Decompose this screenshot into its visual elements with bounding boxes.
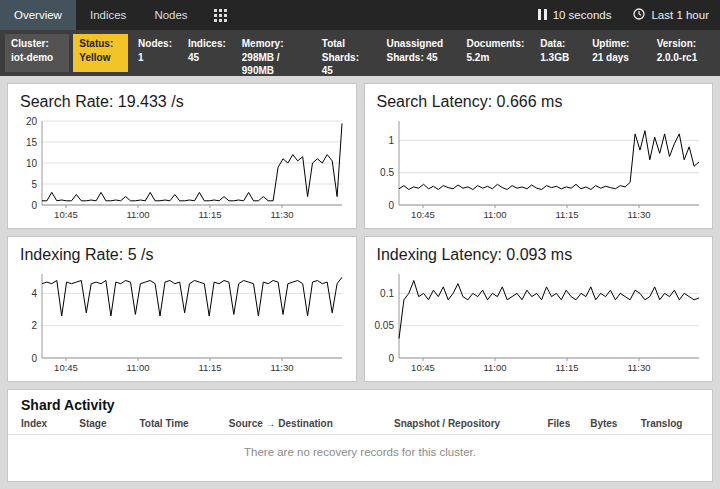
stat-nodes: Nodes: 1 <box>132 34 178 72</box>
top-nav: Overview Indices Nodes 10 seconds Last <box>0 0 720 30</box>
col-index: Index <box>21 418 79 429</box>
svg-text:4: 4 <box>31 288 37 299</box>
shard-empty-message: There are no recovery records for this c… <box>8 435 712 469</box>
svg-text:11:15: 11:15 <box>555 362 578 373</box>
time-range-control[interactable]: Last 1 hour <box>622 0 720 30</box>
stat-total-shards: Total Shards: 45 <box>316 34 377 72</box>
stat-data: Data: 1.3GB <box>534 34 582 72</box>
stat-status: Status: Yellow <box>73 34 128 72</box>
svg-text:10:45: 10:45 <box>411 362 435 373</box>
stat-label: Status: <box>79 38 113 49</box>
svg-text:0.1: 0.1 <box>380 288 394 299</box>
svg-text:11:30: 11:30 <box>270 362 293 373</box>
stat-indices: Indices: 45 <box>182 34 232 72</box>
stat-version: Version: 2.0.0-rc1 <box>651 34 715 72</box>
panel-search-rate: Search Rate: 19.433 /s 0510152010:4511:0… <box>7 83 357 229</box>
indexing-latency-chart[interactable]: 00.050.110:4511:0011:1511:30 <box>369 268 707 376</box>
stat-label: Nodes: <box>138 38 172 49</box>
stat-value: 45 <box>188 52 199 63</box>
svg-text:11:15: 11:15 <box>198 209 221 220</box>
indexing-rate-chart[interactable]: 02410:4511:0011:1511:30 <box>12 268 350 376</box>
svg-text:10:45: 10:45 <box>411 209 435 220</box>
stat-unassigned-shards: Unassigned Shards: 45 <box>380 34 456 72</box>
stat-value: 298MB / 990MB <box>242 52 280 77</box>
stat-label: Total Shards: <box>322 38 359 63</box>
stat-value: Yellow <box>79 52 110 63</box>
apps-grid-icon[interactable] <box>202 0 239 30</box>
refresh-interval-control[interactable]: 10 seconds <box>527 0 623 30</box>
col-snapshot-repository: Snapshot / Repository <box>394 418 547 429</box>
tab-nodes[interactable]: Nodes <box>140 0 201 30</box>
stat-value: 45 <box>427 52 438 63</box>
search-rate-title: Search Rate: 19.433 /s <box>8 84 356 113</box>
panel-search-latency: Search Latency: 0.666 ms 00.5110:4511:00… <box>364 83 714 229</box>
col-translog: Translog <box>641 418 699 429</box>
stat-label: Indices: <box>188 38 226 49</box>
svg-text:0.5: 0.5 <box>380 167 394 178</box>
svg-text:0: 0 <box>31 200 37 211</box>
indexing-rate-title: Indexing Rate: 5 /s <box>8 237 356 266</box>
stat-label: Documents: <box>466 38 524 49</box>
nav-spacer <box>239 0 527 30</box>
search-rate-chart[interactable]: 0510152010:4511:0011:1511:30 <box>12 115 350 223</box>
svg-text:5: 5 <box>31 179 37 190</box>
stat-label: Version: <box>657 38 696 49</box>
stat-uptime: Uptime: 21 days <box>586 34 647 72</box>
col-files: Files <box>547 418 590 429</box>
stat-value: 2.0.0-rc1 <box>657 52 698 63</box>
svg-text:15: 15 <box>26 137 38 148</box>
stat-label: Uptime: <box>592 38 629 49</box>
svg-text:11:00: 11:00 <box>483 209 506 220</box>
refresh-interval-label: 10 seconds <box>553 9 612 21</box>
col-total-time: Total Time <box>140 418 229 429</box>
clock-icon <box>633 8 645 22</box>
col-stage: Stage <box>79 418 139 429</box>
shard-activity-title: Shard Activity <box>8 390 712 418</box>
svg-text:11:15: 11:15 <box>198 362 221 373</box>
indexing-latency-title: Indexing Latency: 0.093 ms <box>365 237 713 266</box>
stat-documents: Documents: 5.2m <box>460 34 530 72</box>
stat-cluster: Cluster: iot-demo <box>5 34 69 72</box>
svg-text:10: 10 <box>26 158 38 169</box>
shard-activity-panel: Shard Activity Index Stage Total Time So… <box>7 389 713 482</box>
stat-label: Memory: <box>242 38 284 49</box>
shard-table-header: Index Stage Total Time Source → Destinat… <box>8 418 712 435</box>
svg-text:0: 0 <box>388 353 394 364</box>
svg-text:10:45: 10:45 <box>54 209 78 220</box>
pause-icon[interactable] <box>538 9 547 22</box>
stat-label: Cluster: <box>11 38 49 49</box>
svg-text:11:30: 11:30 <box>627 362 650 373</box>
time-range-label: Last 1 hour <box>651 9 709 21</box>
stat-value: iot-demo <box>11 52 53 63</box>
stat-value: 45 <box>322 65 333 76</box>
search-latency-title: Search Latency: 0.666 ms <box>365 84 713 113</box>
col-source-destination: Source → Destination <box>229 418 394 429</box>
tab-indices[interactable]: Indices <box>76 0 140 30</box>
stat-value: 1 <box>138 52 144 63</box>
svg-text:2: 2 <box>31 320 37 331</box>
col-bytes: Bytes <box>590 418 641 429</box>
svg-text:11:00: 11:00 <box>126 362 149 373</box>
panel-indexing-rate: Indexing Rate: 5 /s 02410:4511:0011:1511… <box>7 236 357 382</box>
panel-indexing-latency: Indexing Latency: 0.093 ms 00.050.110:45… <box>364 236 714 382</box>
main-content: Search Rate: 19.433 /s 0510152010:4511:0… <box>0 76 720 489</box>
svg-text:10:45: 10:45 <box>54 362 78 373</box>
svg-text:11:30: 11:30 <box>270 209 293 220</box>
svg-text:11:30: 11:30 <box>627 209 650 220</box>
stat-value: 21 days <box>592 52 629 63</box>
stat-label: Data: <box>540 38 565 49</box>
svg-text:11:15: 11:15 <box>555 209 578 220</box>
stat-value: 1.3GB <box>540 52 569 63</box>
svg-text:11:00: 11:00 <box>483 362 506 373</box>
svg-text:1: 1 <box>388 135 394 146</box>
tab-overview[interactable]: Overview <box>0 0 76 30</box>
svg-text:0.05: 0.05 <box>374 320 394 331</box>
svg-text:0: 0 <box>388 200 394 211</box>
svg-text:0: 0 <box>31 353 37 364</box>
app-window: Overview Indices Nodes 10 seconds Last <box>0 0 720 489</box>
search-latency-chart[interactable]: 00.5110:4511:0011:1511:30 <box>369 115 707 223</box>
svg-text:11:00: 11:00 <box>126 209 149 220</box>
stat-memory: Memory: 298MB / 990MB <box>236 34 312 72</box>
svg-text:20: 20 <box>26 116 38 127</box>
stat-value: 5.2m <box>466 52 489 63</box>
